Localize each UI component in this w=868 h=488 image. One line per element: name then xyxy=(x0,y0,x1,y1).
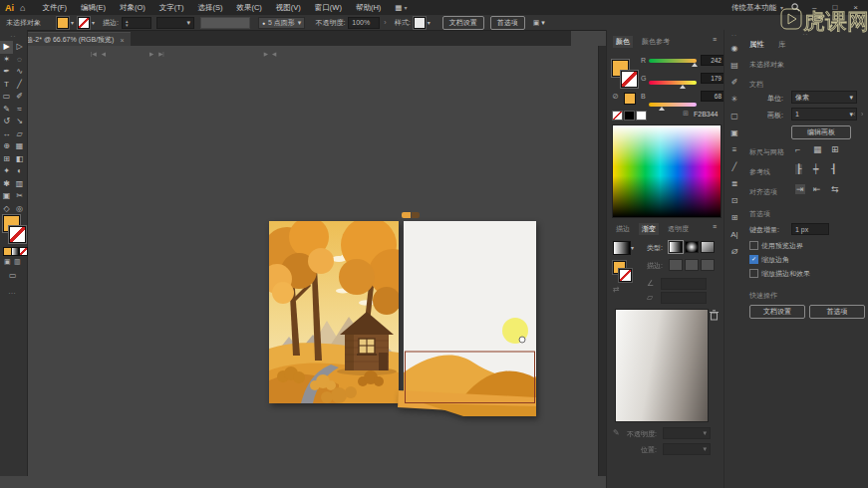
channel-b-slider[interactable] xyxy=(649,103,697,107)
fill-color-swatch[interactable] xyxy=(57,17,69,29)
document-setup-button[interactable]: 文档设置 xyxy=(442,16,484,30)
lasso-tool[interactable]: ◌ xyxy=(13,54,26,67)
symbol-sprayer-tool[interactable]: ✱ xyxy=(0,178,13,191)
character-panel-icon[interactable]: A| xyxy=(730,226,737,243)
edit-artboards-button[interactable]: 编辑画板 xyxy=(791,125,851,139)
none-mode-button[interactable] xyxy=(19,247,28,256)
scroll-left-icon[interactable]: ◀ xyxy=(272,51,276,57)
panel-menu-icon[interactable]: ≡ xyxy=(713,36,717,43)
stroke-color-swatch[interactable] xyxy=(78,17,90,29)
stroke-weight-stepper[interactable]: ▴▾ xyxy=(122,17,151,29)
menu-file[interactable]: 文件(F) xyxy=(35,3,74,13)
brush-definition-preview[interactable] xyxy=(200,17,250,29)
gradient-swatch[interactable] xyxy=(613,241,631,255)
chevron-down-icon[interactable]: ▾ xyxy=(71,19,74,26)
transform-panel-icon[interactable]: ▢ xyxy=(730,108,738,124)
channel-g-value[interactable]: 179 xyxy=(701,73,724,84)
channel-g-slider[interactable] xyxy=(649,81,697,85)
first-artboard-icon[interactable]: |◀ xyxy=(91,51,97,57)
last-color-chip[interactable] xyxy=(624,93,636,105)
arrange-documents-icon[interactable]: ▦▾ xyxy=(388,3,414,12)
stop-location-field[interactable]: ▾ xyxy=(663,443,711,455)
tab-color-guide[interactable]: 颜色参考 xyxy=(639,36,673,48)
perspective-grid-tool[interactable]: ▦ xyxy=(13,140,26,153)
align-panel-icon[interactable]: ≡ xyxy=(732,141,737,158)
symbols-panel-icon[interactable]: ✳ xyxy=(731,91,738,108)
quick-preferences-button[interactable]: 首选项 xyxy=(809,305,865,319)
slice-tool[interactable]: ✂ xyxy=(13,190,26,203)
workspace-switcher[interactable]: 传统基本功能 ▾ xyxy=(731,3,783,13)
menu-object[interactable]: 对象(O) xyxy=(113,3,152,13)
scale-strokes-checkbox[interactable] xyxy=(749,269,758,278)
artboard-dropdown[interactable]: 1 ▾ xyxy=(791,108,857,121)
scale-tool[interactable]: ↘ xyxy=(13,116,26,128)
brush-dropdown[interactable]: ● 5 点圆形 ▾ xyxy=(258,17,305,29)
scale-strokes-label[interactable]: 缩放描边和效果 xyxy=(761,269,810,279)
color-stroke-proxy[interactable] xyxy=(621,71,638,88)
next-artboard-icon[interactable]: › xyxy=(861,111,863,118)
artboard-1-autumn-illustration[interactable] xyxy=(269,221,399,403)
curvature-tool[interactable]: ∿ xyxy=(13,66,26,79)
artboard-2-work-in-progress[interactable] xyxy=(398,221,538,420)
tab-transparency[interactable]: 透明度 xyxy=(665,223,692,235)
zoom-level-icon[interactable]: ▣ ▾ xyxy=(533,19,545,27)
paintbrush-tool[interactable]: ✐ xyxy=(13,91,26,104)
export-panel-icon[interactable]: ⊡ xyxy=(731,192,738,209)
none-icon[interactable]: ⊘ xyxy=(612,92,619,101)
direct-selection-tool[interactable]: ▷ xyxy=(13,41,26,54)
color-spectrum[interactable] xyxy=(612,124,722,218)
type-tool[interactable]: T xyxy=(0,79,13,92)
minimize-button[interactable]: – xyxy=(808,3,820,12)
white-chip[interactable] xyxy=(636,111,647,121)
black-chip[interactable] xyxy=(624,111,635,121)
opacity-value[interactable]: 100% xyxy=(348,17,380,29)
scale-corners-label[interactable]: 缩放边角 xyxy=(761,255,789,265)
pathfinder-panel-icon[interactable]: ▣ xyxy=(730,124,738,141)
maximize-button[interactable]: □ xyxy=(828,3,841,12)
artboard-tool[interactable]: ▣ xyxy=(0,190,13,203)
draw-behind-icon[interactable]: ▥ xyxy=(14,258,21,266)
free-transform-tool[interactable]: ▱ xyxy=(13,128,26,141)
aspect-ratio-field[interactable] xyxy=(661,292,707,304)
reverse-gradient-icon[interactable]: ⇄ xyxy=(613,285,620,294)
hand-tool[interactable]: ◇ xyxy=(0,203,13,216)
angle-field[interactable] xyxy=(661,278,707,290)
smart-guides-icon[interactable]: ┨ xyxy=(831,164,836,174)
gradient-preview[interactable] xyxy=(615,309,709,422)
pencil-icon[interactable]: ✎ xyxy=(613,428,620,437)
channel-b-value[interactable]: 68 xyxy=(701,91,724,102)
quick-document-setup-button[interactable]: 文档设置 xyxy=(749,305,805,319)
gradient-tool[interactable]: ◧ xyxy=(13,153,26,166)
prev-artboard-icon[interactable]: ‹ xyxy=(853,111,855,118)
panel-grip[interactable]: .. xyxy=(731,30,737,40)
channel-r-slider[interactable] xyxy=(649,59,697,63)
tab-gradient[interactable]: 渐变 xyxy=(639,223,659,235)
menu-type[interactable]: 文字(T) xyxy=(152,3,191,13)
delete-stop-icon[interactable] xyxy=(710,310,719,321)
stroke-gradient-across[interactable] xyxy=(701,259,715,271)
artboard-label-chips[interactable] xyxy=(402,212,420,218)
style-swatch[interactable] xyxy=(414,17,426,29)
channel-r-value[interactable]: 242 xyxy=(701,55,724,66)
eyedropper-tool[interactable]: ✦ xyxy=(0,165,13,178)
color-panel-icon[interactable]: ◉ xyxy=(731,40,738,57)
preview-bounds-label[interactable]: 使用预览边界 xyxy=(761,241,803,251)
ruler-icon[interactable]: ⌐ xyxy=(795,144,800,154)
close-tab-icon[interactable]: × xyxy=(120,37,124,44)
rotate-tool[interactable]: ↺ xyxy=(0,116,13,128)
menu-view[interactable]: 视图(V) xyxy=(269,3,308,13)
screen-mode-icon[interactable]: ▭ xyxy=(9,271,17,280)
chevron-down-icon[interactable]: ▾ xyxy=(631,244,634,251)
artboards-panel-icon[interactable]: ⊞ xyxy=(731,209,738,226)
scroll-right-icon[interactable]: ▶ xyxy=(264,51,268,57)
snap-point-icon[interactable]: ⇆ xyxy=(831,184,839,194)
home-icon[interactable]: ⌂ xyxy=(20,3,25,13)
snap-grid-icon[interactable]: ⇥ xyxy=(795,184,805,194)
chevron-right-icon[interactable]: › xyxy=(384,19,386,26)
none-chip[interactable] xyxy=(612,111,623,121)
linear-gradient-button[interactable] xyxy=(669,241,683,253)
gradient-stroke-proxy[interactable] xyxy=(619,269,632,282)
pen-tool[interactable]: ✒ xyxy=(0,66,13,79)
tab-libraries[interactable]: 库 xyxy=(778,40,786,50)
blend-tool[interactable]: ◐ xyxy=(13,165,26,178)
